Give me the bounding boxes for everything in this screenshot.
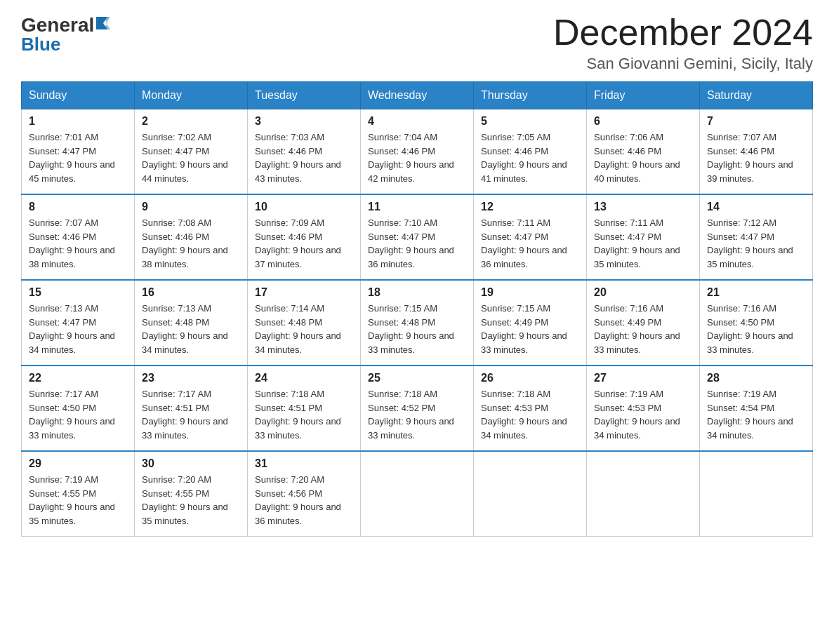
- calendar-cell: 18 Sunrise: 7:15 AMSunset: 4:48 PMDaylig…: [361, 280, 474, 365]
- day-info: Sunrise: 7:06 AMSunset: 4:46 PMDaylight:…: [594, 130, 692, 185]
- day-number: 12: [481, 201, 579, 213]
- calendar-cell: 28 Sunrise: 7:19 AMSunset: 4:54 PMDaylig…: [700, 365, 813, 451]
- day-number: 13: [594, 201, 692, 213]
- day-info: Sunrise: 7:17 AMSunset: 4:51 PMDaylight:…: [142, 387, 240, 442]
- day-number: 10: [255, 201, 353, 213]
- calendar-cell: 4 Sunrise: 7:04 AMSunset: 4:46 PMDayligh…: [361, 109, 474, 195]
- weekday-header-saturday: Saturday: [700, 82, 813, 109]
- calendar-title-area: December 2024 San Giovanni Gemini, Sicil…: [553, 14, 813, 73]
- day-number: 17: [255, 286, 353, 299]
- day-info: Sunrise: 7:19 AMSunset: 4:53 PMDaylight:…: [594, 387, 692, 442]
- day-number: 24: [255, 372, 353, 384]
- day-info: Sunrise: 7:15 AMSunset: 4:49 PMDaylight:…: [481, 302, 579, 356]
- calendar-cell: 30 Sunrise: 7:20 AMSunset: 4:55 PMDaylig…: [135, 451, 248, 537]
- day-info: Sunrise: 7:16 AMSunset: 4:50 PMDaylight:…: [707, 302, 805, 356]
- calendar-cell: 6 Sunrise: 7:06 AMSunset: 4:46 PMDayligh…: [587, 109, 700, 195]
- calendar-cell: 15 Sunrise: 7:13 AMSunset: 4:47 PMDaylig…: [22, 280, 135, 365]
- calendar-cell: 3 Sunrise: 7:03 AMSunset: 4:46 PMDayligh…: [248, 109, 361, 195]
- day-info: Sunrise: 7:15 AMSunset: 4:48 PMDaylight:…: [368, 302, 466, 356]
- month-title: December 2024: [553, 14, 813, 51]
- day-number: 23: [142, 372, 240, 384]
- calendar-cell: 14 Sunrise: 7:12 AMSunset: 4:47 PMDaylig…: [700, 194, 813, 280]
- day-info: Sunrise: 7:14 AMSunset: 4:48 PMDaylight:…: [255, 302, 353, 356]
- logo-flag-icon: [95, 15, 110, 31]
- calendar-cell: [361, 451, 474, 537]
- calendar-cell: [700, 451, 813, 537]
- day-info: Sunrise: 7:11 AMSunset: 4:47 PMDaylight:…: [594, 216, 692, 271]
- day-number: 16: [142, 286, 240, 299]
- weekday-header-tuesday: Tuesday: [248, 82, 361, 109]
- calendar-cell: 27 Sunrise: 7:19 AMSunset: 4:53 PMDaylig…: [587, 365, 700, 451]
- day-info: Sunrise: 7:05 AMSunset: 4:46 PMDaylight:…: [481, 130, 579, 185]
- calendar-cell: 11 Sunrise: 7:10 AMSunset: 4:47 PMDaylig…: [361, 194, 474, 280]
- weekday-header-sunday: Sunday: [22, 82, 135, 109]
- calendar-cell: 1 Sunrise: 7:01 AMSunset: 4:47 PMDayligh…: [22, 109, 135, 195]
- calendar-cell: 26 Sunrise: 7:18 AMSunset: 4:53 PMDaylig…: [474, 365, 587, 451]
- day-info: Sunrise: 7:10 AMSunset: 4:47 PMDaylight:…: [368, 216, 466, 271]
- day-number: 7: [707, 115, 805, 128]
- weekday-header-wednesday: Wednesday: [361, 82, 474, 109]
- day-info: Sunrise: 7:18 AMSunset: 4:53 PMDaylight:…: [481, 387, 579, 442]
- calendar-cell: 22 Sunrise: 7:17 AMSunset: 4:50 PMDaylig…: [22, 365, 135, 451]
- day-info: Sunrise: 7:09 AMSunset: 4:46 PMDaylight:…: [255, 216, 353, 271]
- day-number: 5: [481, 115, 579, 128]
- day-info: Sunrise: 7:19 AMSunset: 4:55 PMDaylight:…: [29, 473, 127, 528]
- day-info: Sunrise: 7:17 AMSunset: 4:50 PMDaylight:…: [29, 387, 127, 442]
- calendar-cell: 2 Sunrise: 7:02 AMSunset: 4:47 PMDayligh…: [135, 109, 248, 195]
- calendar-cell: 20 Sunrise: 7:16 AMSunset: 4:49 PMDaylig…: [587, 280, 700, 365]
- day-info: Sunrise: 7:18 AMSunset: 4:51 PMDaylight:…: [255, 387, 353, 442]
- weekday-header-monday: Monday: [135, 82, 248, 109]
- logo: General Blue: [21, 14, 110, 55]
- calendar-week-2: 8 Sunrise: 7:07 AMSunset: 4:46 PMDayligh…: [22, 194, 813, 280]
- page-header: General Blue December 2024 San Giovanni …: [21, 14, 813, 73]
- day-number: 26: [481, 372, 579, 384]
- calendar-table: SundayMondayTuesdayWednesdayThursdayFrid…: [21, 81, 813, 537]
- calendar-cell: 25 Sunrise: 7:18 AMSunset: 4:52 PMDaylig…: [361, 365, 474, 451]
- day-number: 29: [29, 457, 127, 470]
- calendar-cell: 16 Sunrise: 7:13 AMSunset: 4:48 PMDaylig…: [135, 280, 248, 365]
- calendar-cell: 10 Sunrise: 7:09 AMSunset: 4:46 PMDaylig…: [248, 194, 361, 280]
- day-info: Sunrise: 7:08 AMSunset: 4:46 PMDaylight:…: [142, 216, 240, 271]
- calendar-week-4: 22 Sunrise: 7:17 AMSunset: 4:50 PMDaylig…: [22, 365, 813, 451]
- calendar-cell: 5 Sunrise: 7:05 AMSunset: 4:46 PMDayligh…: [474, 109, 587, 195]
- day-info: Sunrise: 7:13 AMSunset: 4:48 PMDaylight:…: [142, 302, 240, 356]
- day-number: 4: [368, 115, 466, 128]
- calendar-cell: 23 Sunrise: 7:17 AMSunset: 4:51 PMDaylig…: [135, 365, 248, 451]
- day-number: 14: [707, 201, 805, 213]
- day-number: 1: [29, 115, 127, 128]
- day-number: 9: [142, 201, 240, 213]
- day-info: Sunrise: 7:20 AMSunset: 4:55 PMDaylight:…: [142, 473, 240, 528]
- calendar-cell: 31 Sunrise: 7:20 AMSunset: 4:56 PMDaylig…: [248, 451, 361, 537]
- day-number: 3: [255, 115, 353, 128]
- day-number: 2: [142, 115, 240, 128]
- calendar-cell: 24 Sunrise: 7:18 AMSunset: 4:51 PMDaylig…: [248, 365, 361, 451]
- day-info: Sunrise: 7:20 AMSunset: 4:56 PMDaylight:…: [255, 473, 353, 528]
- calendar-week-5: 29 Sunrise: 7:19 AMSunset: 4:55 PMDaylig…: [22, 451, 813, 537]
- day-info: Sunrise: 7:16 AMSunset: 4:49 PMDaylight:…: [594, 302, 692, 356]
- calendar-cell: 7 Sunrise: 7:07 AMSunset: 4:46 PMDayligh…: [700, 109, 813, 195]
- day-number: 30: [142, 457, 240, 470]
- day-info: Sunrise: 7:02 AMSunset: 4:47 PMDaylight:…: [142, 130, 240, 185]
- calendar-cell: 21 Sunrise: 7:16 AMSunset: 4:50 PMDaylig…: [700, 280, 813, 365]
- day-number: 8: [29, 201, 127, 213]
- calendar-cell: 8 Sunrise: 7:07 AMSunset: 4:46 PMDayligh…: [22, 194, 135, 280]
- day-info: Sunrise: 7:07 AMSunset: 4:46 PMDaylight:…: [29, 216, 127, 271]
- day-info: Sunrise: 7:18 AMSunset: 4:52 PMDaylight:…: [368, 387, 466, 442]
- day-number: 31: [255, 457, 353, 470]
- logo-text-blue: Blue: [21, 34, 110, 55]
- day-number: 15: [29, 286, 127, 299]
- day-number: 11: [368, 201, 466, 213]
- day-info: Sunrise: 7:01 AMSunset: 4:47 PMDaylight:…: [29, 130, 127, 185]
- day-number: 20: [594, 286, 692, 299]
- calendar-cell: 17 Sunrise: 7:14 AMSunset: 4:48 PMDaylig…: [248, 280, 361, 365]
- calendar-week-3: 15 Sunrise: 7:13 AMSunset: 4:47 PMDaylig…: [22, 280, 813, 365]
- day-info: Sunrise: 7:11 AMSunset: 4:47 PMDaylight:…: [481, 216, 579, 271]
- day-info: Sunrise: 7:19 AMSunset: 4:54 PMDaylight:…: [707, 387, 805, 442]
- day-number: 18: [368, 286, 466, 299]
- calendar-cell: [474, 451, 587, 537]
- weekday-header-friday: Friday: [587, 82, 700, 109]
- day-number: 28: [707, 372, 805, 384]
- day-info: Sunrise: 7:04 AMSunset: 4:46 PMDaylight:…: [368, 130, 466, 185]
- day-number: 27: [594, 372, 692, 384]
- calendar-cell: 12 Sunrise: 7:11 AMSunset: 4:47 PMDaylig…: [474, 194, 587, 280]
